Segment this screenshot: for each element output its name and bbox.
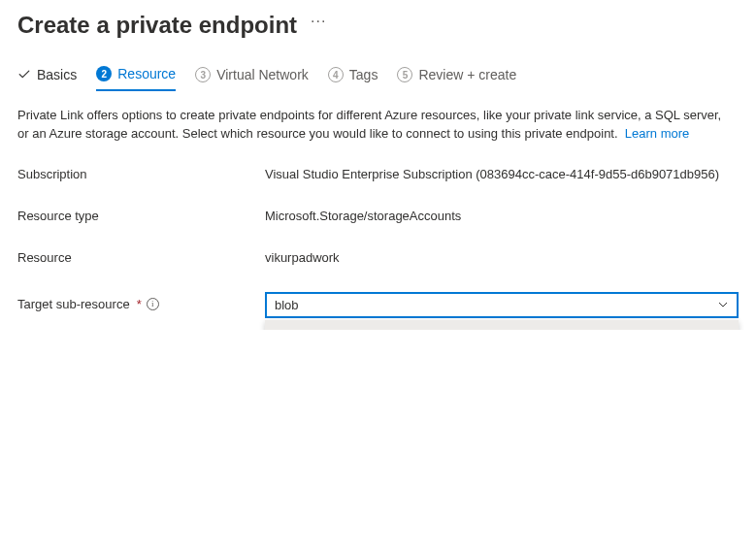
resource-type-value: Microsoft.Storage/storageAccounts [265,209,739,223]
tab-review-create[interactable]: 5 Review + create [397,67,516,90]
page-title: Create a private endpoint [17,12,297,39]
tab-label: Tags [349,67,378,82]
tab-label: Virtual Network [216,67,309,82]
wizard-tabs: Basics 2 Resource 3 Virtual Network 4 Ta… [17,66,739,91]
target-sub-resource-dropdown[interactable]: blob [265,292,739,318]
tab-label: Review + create [418,67,516,82]
tab-tags[interactable]: 4 Tags [328,67,378,90]
more-menu-button[interactable]: ··· [311,13,326,30]
description-text: Private Link offers options to create pr… [17,107,736,144]
tab-label: Resource [117,66,176,81]
required-indicator: * [137,297,142,311]
tab-basics[interactable]: Basics [17,67,77,90]
resource-value: vikurpadwork [265,250,739,265]
step-circle-icon: 3 [195,67,211,82]
dropdown-selected-value: blob [275,298,299,312]
dropdown-option-blob[interactable]: blob [265,320,739,330]
step-circle-icon: 2 [96,66,112,81]
step-circle-icon: 4 [328,67,344,82]
tab-virtual-network[interactable]: 3 Virtual Network [195,67,309,90]
dropdown-options-list: blob table queue file web dfs [265,320,739,330]
resource-label: Resource [17,250,265,265]
subscription-label: Subscription [17,167,265,181]
target-sub-resource-label: Target sub-resource [17,297,130,311]
tab-resource[interactable]: 2 Resource [96,66,176,91]
subscription-value: Visual Studio Enterprise Subscription (0… [265,167,739,181]
tab-label: Basics [37,67,77,82]
step-circle-icon: 5 [397,67,412,82]
resource-type-label: Resource type [17,209,265,223]
checkmark-icon [17,68,31,81]
chevron-down-icon [717,299,729,310]
learn-more-link[interactable]: Learn more [625,126,689,141]
info-icon[interactable]: i [147,298,159,310]
